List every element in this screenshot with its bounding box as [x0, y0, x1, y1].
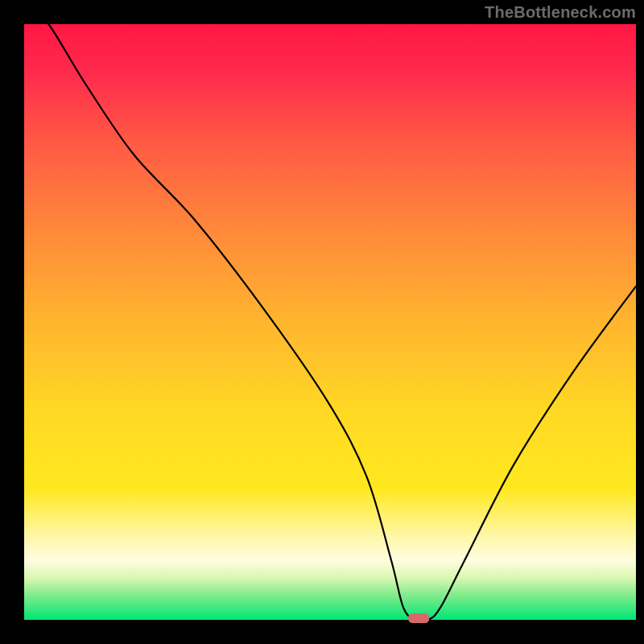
watermark-text: TheBottleneck.com [485, 3, 636, 22]
optimal-marker [408, 613, 429, 623]
bottleneck-chart [0, 0, 644, 644]
chart-container: TheBottleneck.com [0, 0, 644, 644]
plot-background [24, 24, 636, 620]
